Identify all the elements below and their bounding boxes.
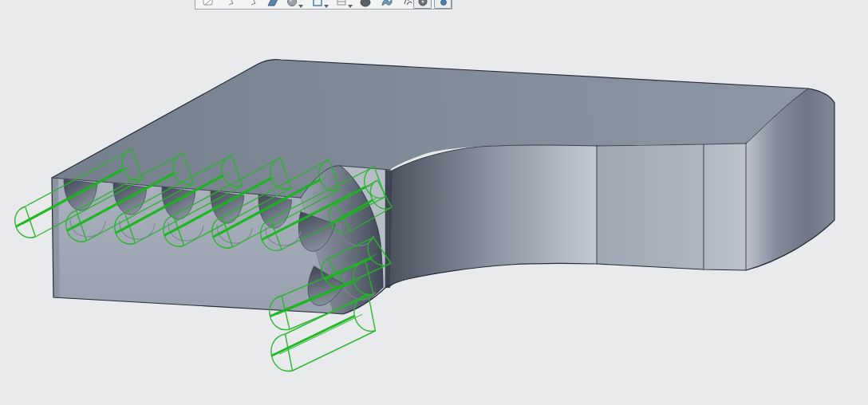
- datum-plane-icon-glyph: [266, 0, 279, 9]
- snap-point-2-icon[interactable]: [247, 0, 261, 9]
- marquee-select-icon[interactable]: [202, 0, 216, 9]
- dropdown-caret-icon[interactable]: [324, 5, 329, 8]
- shaded-view-icon-glyph: [359, 0, 372, 9]
- datum-plane-icon[interactable]: [266, 0, 281, 9]
- front-right-face: [704, 144, 746, 270]
- snap-point-icon[interactable]: [224, 0, 239, 9]
- surface-tool-icon-glyph: [381, 0, 393, 9]
- sphere-tool-icon-glyph: [286, 0, 298, 9]
- toggle-button-circle-glyph: [414, 0, 432, 9]
- snap-point-icon-glyph: [224, 0, 237, 9]
- floating-toolbar: [195, 0, 452, 10]
- dropdown-caret-icon[interactable]: [298, 5, 303, 8]
- viewport[interactable]: [0, 0, 868, 405]
- toggle-button-dot[interactable]: [434, 0, 452, 9]
- model-3d-view[interactable]: [0, 0, 868, 405]
- toggle-button-circle[interactable]: [413, 0, 432, 9]
- box-tool-icon-glyph: [335, 0, 348, 9]
- toggle-button-dot-glyph: [435, 0, 452, 9]
- marquee-select-icon-glyph: [202, 0, 215, 9]
- annotation-tool-icon-glyph: [401, 0, 414, 9]
- snap-point-2-icon-glyph: [247, 0, 259, 9]
- dropdown-caret-icon[interactable]: [348, 5, 353, 8]
- front-mid-face: [597, 144, 704, 269]
- shaded-view-icon[interactable]: [359, 0, 373, 9]
- surface-tool-icon[interactable]: [381, 0, 395, 9]
- sketch-tool-icon-glyph: [311, 0, 324, 9]
